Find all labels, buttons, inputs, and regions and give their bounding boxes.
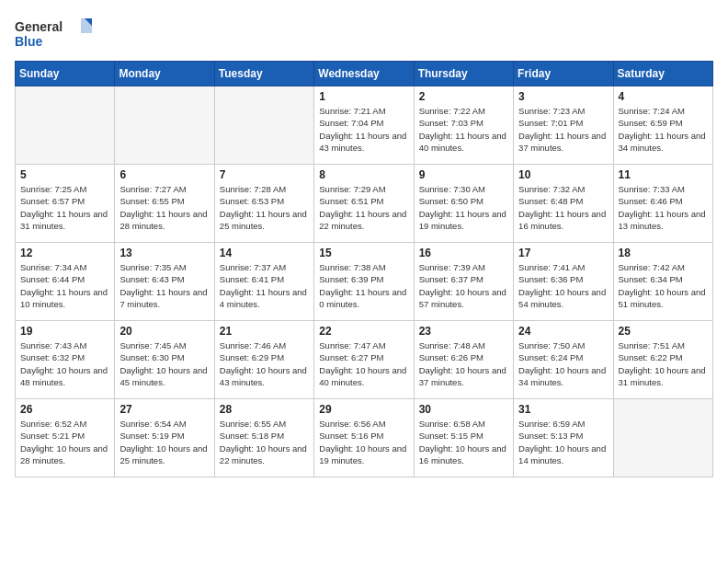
calendar-cell: 10Sunrise: 7:32 AM Sunset: 6:48 PM Dayli… <box>514 165 613 243</box>
day-info: Sunrise: 7:24 AM Sunset: 6:59 PM Dayligh… <box>619 105 708 154</box>
calendar-cell <box>613 399 712 477</box>
calendar-cell: 6Sunrise: 7:27 AM Sunset: 6:55 PM Daylig… <box>115 165 214 243</box>
calendar-cell: 28Sunrise: 6:55 AM Sunset: 5:18 PM Dayli… <box>214 399 313 477</box>
day-number: 17 <box>518 247 608 259</box>
day-number: 12 <box>20 247 109 259</box>
calendar-cell: 23Sunrise: 7:48 AM Sunset: 6:26 PM Dayli… <box>414 321 513 399</box>
calendar-cell: 30Sunrise: 6:58 AM Sunset: 5:15 PM Dayli… <box>414 399 513 477</box>
calendar-cell: 21Sunrise: 7:46 AM Sunset: 6:29 PM Dayli… <box>214 321 313 399</box>
day-number: 14 <box>220 247 309 259</box>
calendar-cell: 3Sunrise: 7:23 AM Sunset: 7:01 PM Daylig… <box>514 86 613 165</box>
day-number: 29 <box>319 403 408 416</box>
day-number: 15 <box>319 247 408 259</box>
day-number: 8 <box>319 168 408 181</box>
calendar-cell: 27Sunrise: 6:54 AM Sunset: 5:19 PM Dayli… <box>115 399 214 477</box>
calendar-cell: 25Sunrise: 7:51 AM Sunset: 6:22 PM Dayli… <box>613 321 712 399</box>
day-info: Sunrise: 7:33 AM Sunset: 6:46 PM Dayligh… <box>619 183 708 232</box>
calendar-cell: 20Sunrise: 7:45 AM Sunset: 6:30 PM Dayli… <box>115 321 214 399</box>
week-row-3: 19Sunrise: 7:43 AM Sunset: 6:32 PM Dayli… <box>16 321 713 399</box>
calendar-cell: 5Sunrise: 7:25 AM Sunset: 6:57 PM Daylig… <box>16 165 115 243</box>
calendar-cell: 15Sunrise: 7:38 AM Sunset: 6:39 PM Dayli… <box>314 243 414 321</box>
calendar-cell: 12Sunrise: 7:34 AM Sunset: 6:44 PM Dayli… <box>16 243 115 321</box>
day-info: Sunrise: 6:59 AM Sunset: 5:13 PM Dayligh… <box>518 418 608 466</box>
day-info: Sunrise: 7:23 AM Sunset: 7:01 PM Dayligh… <box>518 105 608 154</box>
day-number: 4 <box>619 90 708 103</box>
day-info: Sunrise: 6:55 AM Sunset: 5:18 PM Dayligh… <box>220 418 309 466</box>
day-number: 23 <box>419 325 508 338</box>
day-number: 16 <box>419 247 508 259</box>
day-info: Sunrise: 6:52 AM Sunset: 5:21 PM Dayligh… <box>20 418 109 466</box>
day-info: Sunrise: 7:22 AM Sunset: 7:03 PM Dayligh… <box>419 105 508 154</box>
day-header-monday: Monday <box>115 62 214 86</box>
day-info: Sunrise: 7:41 AM Sunset: 6:36 PM Dayligh… <box>518 261 608 310</box>
day-info: Sunrise: 7:35 AM Sunset: 6:43 PM Dayligh… <box>119 261 209 310</box>
day-number: 31 <box>518 403 608 416</box>
day-info: Sunrise: 7:50 AM Sunset: 6:24 PM Dayligh… <box>518 339 608 388</box>
day-number: 21 <box>220 325 309 338</box>
day-number: 20 <box>119 325 209 338</box>
calendar-cell <box>214 86 313 165</box>
day-info: Sunrise: 7:29 AM Sunset: 6:51 PM Dayligh… <box>319 183 408 232</box>
calendar-cell: 31Sunrise: 6:59 AM Sunset: 5:13 PM Dayli… <box>514 399 613 477</box>
calendar-cell: 22Sunrise: 7:47 AM Sunset: 6:27 PM Dayli… <box>314 321 414 399</box>
day-header-sunday: Sunday <box>16 62 115 86</box>
day-info: Sunrise: 7:28 AM Sunset: 6:53 PM Dayligh… <box>220 183 309 232</box>
day-info: Sunrise: 7:39 AM Sunset: 6:37 PM Dayligh… <box>419 261 508 310</box>
calendar-cell: 4Sunrise: 7:24 AM Sunset: 6:59 PM Daylig… <box>613 86 712 165</box>
day-info: Sunrise: 6:58 AM Sunset: 5:15 PM Dayligh… <box>419 418 508 466</box>
day-number: 30 <box>419 403 508 416</box>
calendar-cell <box>16 86 115 165</box>
day-info: Sunrise: 7:30 AM Sunset: 6:50 PM Dayligh… <box>419 183 508 232</box>
day-number: 6 <box>119 168 209 181</box>
day-number: 24 <box>518 325 608 338</box>
calendar-cell: 9Sunrise: 7:30 AM Sunset: 6:50 PM Daylig… <box>414 165 513 243</box>
day-number: 5 <box>20 168 109 181</box>
calendar-cell: 13Sunrise: 7:35 AM Sunset: 6:43 PM Dayli… <box>115 243 214 321</box>
day-info: Sunrise: 7:25 AM Sunset: 6:57 PM Dayligh… <box>20 183 109 232</box>
day-number: 11 <box>619 168 708 181</box>
calendar-cell: 1Sunrise: 7:21 AM Sunset: 7:04 PM Daylig… <box>314 86 414 165</box>
day-number: 26 <box>20 403 109 416</box>
calendar-cell: 7Sunrise: 7:28 AM Sunset: 6:53 PM Daylig… <box>214 165 313 243</box>
day-number: 19 <box>20 325 109 338</box>
day-info: Sunrise: 7:42 AM Sunset: 6:34 PM Dayligh… <box>619 261 708 310</box>
day-info: Sunrise: 6:54 AM Sunset: 5:19 PM Dayligh… <box>119 418 209 466</box>
day-info: Sunrise: 7:48 AM Sunset: 6:26 PM Dayligh… <box>419 339 508 388</box>
day-info: Sunrise: 6:56 AM Sunset: 5:16 PM Dayligh… <box>319 418 408 466</box>
logo: General Blue <box>15 15 97 52</box>
week-row-2: 12Sunrise: 7:34 AM Sunset: 6:44 PM Dayli… <box>16 243 713 321</box>
day-number: 7 <box>220 168 309 181</box>
day-info: Sunrise: 7:47 AM Sunset: 6:27 PM Dayligh… <box>319 339 408 388</box>
calendar-cell: 26Sunrise: 6:52 AM Sunset: 5:21 PM Dayli… <box>16 399 115 477</box>
day-info: Sunrise: 7:21 AM Sunset: 7:04 PM Dayligh… <box>319 105 408 154</box>
calendar-cell: 24Sunrise: 7:50 AM Sunset: 6:24 PM Dayli… <box>514 321 613 399</box>
day-number: 22 <box>319 325 408 338</box>
day-number: 3 <box>518 90 608 103</box>
day-info: Sunrise: 7:34 AM Sunset: 6:44 PM Dayligh… <box>20 261 109 310</box>
day-info: Sunrise: 7:32 AM Sunset: 6:48 PM Dayligh… <box>518 183 608 232</box>
day-number: 1 <box>319 90 408 103</box>
week-row-4: 26Sunrise: 6:52 AM Sunset: 5:21 PM Dayli… <box>16 399 713 477</box>
week-row-1: 5Sunrise: 7:25 AM Sunset: 6:57 PM Daylig… <box>16 165 713 243</box>
day-number: 2 <box>419 90 508 103</box>
svg-text:General: General <box>15 19 63 34</box>
calendar-cell: 17Sunrise: 7:41 AM Sunset: 6:36 PM Dayli… <box>514 243 613 321</box>
day-info: Sunrise: 7:37 AM Sunset: 6:41 PM Dayligh… <box>220 261 309 310</box>
calendar-cell: 14Sunrise: 7:37 AM Sunset: 6:41 PM Dayli… <box>214 243 313 321</box>
day-header-tuesday: Tuesday <box>214 62 313 86</box>
week-row-0: 1Sunrise: 7:21 AM Sunset: 7:04 PM Daylig… <box>16 86 713 165</box>
calendar-cell <box>115 86 214 165</box>
calendar-cell: 2Sunrise: 7:22 AM Sunset: 7:03 PM Daylig… <box>414 86 513 165</box>
calendar-cell: 11Sunrise: 7:33 AM Sunset: 6:46 PM Dayli… <box>613 165 712 243</box>
calendar-table: SundayMondayTuesdayWednesdayThursdayFrid… <box>15 61 713 477</box>
day-number: 25 <box>619 325 708 338</box>
day-info: Sunrise: 7:43 AM Sunset: 6:32 PM Dayligh… <box>20 339 109 388</box>
day-number: 28 <box>220 403 309 416</box>
calendar-cell: 8Sunrise: 7:29 AM Sunset: 6:51 PM Daylig… <box>314 165 414 243</box>
day-header-friday: Friday <box>514 62 613 86</box>
calendar-cell: 16Sunrise: 7:39 AM Sunset: 6:37 PM Dayli… <box>414 243 513 321</box>
day-number: 18 <box>619 247 708 259</box>
page-header: General Blue <box>15 15 713 52</box>
calendar-cell: 29Sunrise: 6:56 AM Sunset: 5:16 PM Dayli… <box>314 399 414 477</box>
calendar-cell: 18Sunrise: 7:42 AM Sunset: 6:34 PM Dayli… <box>613 243 712 321</box>
